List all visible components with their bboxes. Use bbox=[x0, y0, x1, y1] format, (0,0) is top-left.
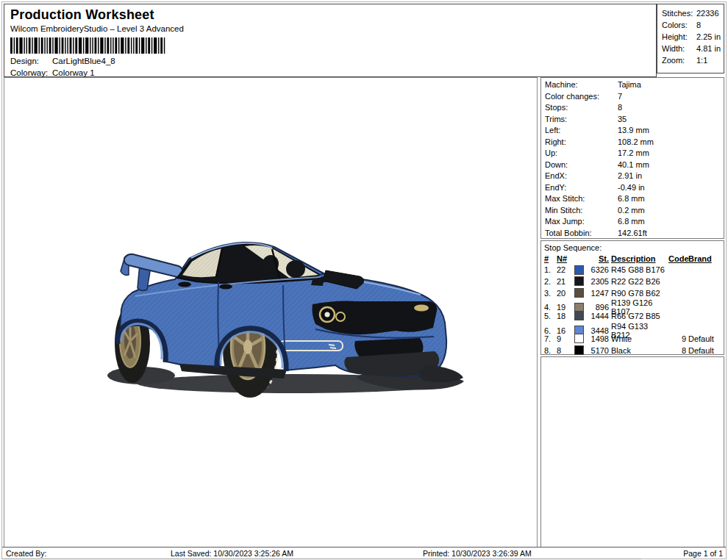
thread-color-swatch bbox=[574, 311, 584, 320]
machine-row: Max Stitch:6.8 mm bbox=[541, 193, 724, 205]
stop-sequence-row: 6.163448R94 G133 B212 bbox=[541, 322, 724, 334]
page-title: Production Worksheet bbox=[10, 7, 154, 23]
barcode bbox=[10, 37, 166, 54]
thread-color-swatch bbox=[574, 288, 584, 298]
design-label: Design: bbox=[10, 57, 52, 65]
machine-row: Right:108.2 mm bbox=[541, 137, 724, 148]
machine-row: Trims:35 bbox=[541, 114, 724, 126]
colorway-value: Colorway 1 bbox=[52, 68, 95, 77]
summary-row: Zoom:1:1 bbox=[662, 54, 724, 66]
machine-row: Min Stitch:0.2 mm bbox=[541, 205, 724, 217]
machine-row: Color changes:7 bbox=[541, 91, 724, 103]
stop-sequence-box: Stop Sequence: # N# St. Description Code… bbox=[540, 240, 724, 355]
design-summary-box: Stitches:22336 Colors:8 Height:2.25 in W… bbox=[657, 4, 724, 73]
header-info-box: Production Worksheet Wilcom EmbroiderySt… bbox=[4, 4, 657, 77]
machine-row: Max Jump:6.8 mm bbox=[541, 216, 724, 228]
machine-row: Up:17.2 mm bbox=[541, 148, 724, 159]
design-value: CarLightBlue4_8 bbox=[52, 57, 115, 65]
software-subtitle: Wilcom EmbroideryStudio – Level 3 Advanc… bbox=[10, 24, 184, 33]
machine-row: Left:13.9 mm bbox=[541, 125, 724, 137]
stop-sequence-row: 8.85170Black8Default bbox=[541, 345, 724, 356]
summary-row: Stitches:22336 bbox=[662, 7, 724, 19]
stop-sequence-row: 5.181444R66 G72 B85 bbox=[541, 310, 724, 322]
created-by-field: Created By: bbox=[2, 548, 126, 559]
stop-sequence-row: 2.212305R22 G22 B26 bbox=[541, 276, 724, 287]
stop-sequence-row: 7.91498White9Default bbox=[541, 333, 724, 345]
stop-sequence-header: # N# St. Description Code Brand bbox=[541, 253, 724, 265]
machine-row: Total Bobbin:142.61ft bbox=[541, 228, 724, 240]
stop-sequence-row: 1.226326R45 G88 B176 bbox=[541, 265, 724, 276]
production-worksheet-page: Production Worksheet Wilcom EmbroiderySt… bbox=[0, 0, 728, 560]
design-row: Design: CarLightBlue4_8 bbox=[10, 57, 115, 65]
stop-sequence-row: 4.19896R139 G126 B107 bbox=[541, 298, 724, 310]
thread-color-swatch bbox=[574, 345, 584, 355]
summary-row: Height:2.25 in bbox=[662, 31, 724, 43]
footer: Created By: Last Saved: 10/30/2023 3:25:… bbox=[2, 547, 726, 559]
last-saved-field: Last Saved: 10/30/2023 3:25:26 AM bbox=[126, 548, 410, 559]
car-embroidery-design bbox=[106, 234, 466, 409]
machine-row: Machine:Tajima bbox=[541, 79, 724, 91]
design-canvas bbox=[4, 77, 538, 548]
summary-row: Colors:8 bbox=[662, 19, 724, 31]
thread-color-swatch bbox=[574, 276, 584, 286]
colorway-label: Colorway: bbox=[10, 68, 52, 77]
stop-sequence-title: Stop Sequence: bbox=[541, 241, 724, 253]
machine-row: Stops:8 bbox=[541, 102, 724, 114]
summary-row: Width:4.81 in bbox=[662, 43, 724, 54]
page-number: Page 1 of 1 bbox=[641, 548, 726, 559]
stop-sequence-row: 3.201247R90 G78 B62 bbox=[541, 287, 724, 299]
machine-info-box: Machine:Tajima Color changes:7 Stops:8 T… bbox=[540, 77, 724, 239]
notes-empty-box bbox=[540, 356, 724, 548]
printed-field: Printed: 10/30/2023 3:26:39 AM bbox=[410, 548, 641, 559]
machine-row: EndX:2.91 in bbox=[541, 170, 724, 182]
machine-row: Down:40.1 mm bbox=[541, 159, 724, 171]
thread-color-swatch bbox=[574, 265, 584, 275]
thread-color-swatch bbox=[574, 334, 584, 343]
colorway-row: Colorway: Colorway 1 bbox=[10, 68, 95, 77]
machine-row: EndY:-0.49 in bbox=[541, 182, 724, 194]
